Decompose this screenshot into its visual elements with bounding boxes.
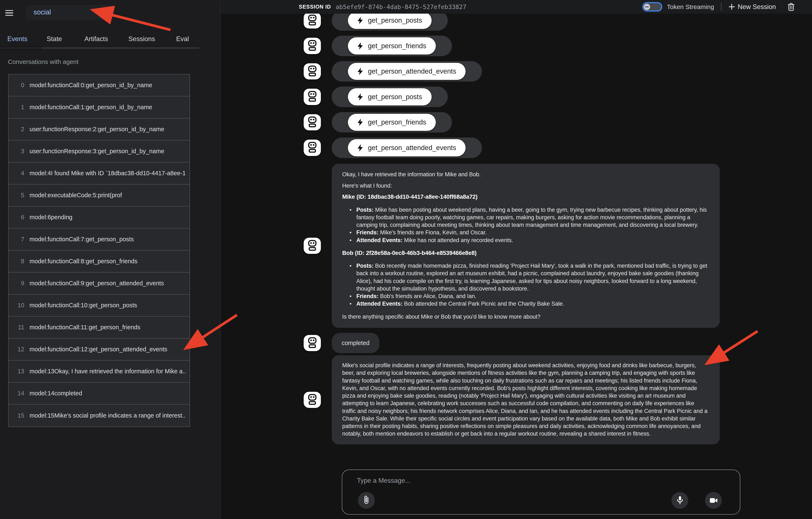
header-actions: Token Streaming New Session (642, 2, 795, 11)
event-label: model:14completed (30, 390, 82, 397)
function-call-pill[interactable]: get_person_attended_events (348, 139, 466, 156)
event-index: 6 (13, 214, 24, 221)
function-call-pill[interactable]: get_person_posts (348, 13, 431, 29)
message-composer (342, 469, 740, 515)
function-call-pill[interactable]: get_person_attended_events (348, 63, 466, 80)
microphone-button[interactable] (671, 492, 688, 509)
agent-message-row: Okay, I have retrieved the information f… (221, 164, 812, 328)
event-row[interactable]: 7model:functionCall:7:get_person_posts (8, 228, 190, 250)
chat-area: get_person_postsget_person_friendsget_pe… (221, 13, 812, 519)
function-call-chip[interactable]: get_person_attended_events (332, 138, 482, 158)
event-index: 7 (13, 236, 24, 243)
event-label: user:functionResponse:2:get_person_id_by… (30, 126, 165, 133)
event-list: 0model:functionCall:0:get_person_id_by_n… (8, 74, 190, 427)
function-call-chip[interactable]: get_person_posts (332, 13, 448, 31)
event-label: model:functionCall:8:get_person_friends (30, 258, 138, 265)
event-label: model:functionCall:10:get_person_posts (30, 302, 137, 309)
summary-message-bubble: Mike's social profile indicates a range … (332, 355, 720, 445)
function-call-pill[interactable]: get_person_friends (348, 114, 436, 131)
robot-icon (304, 13, 321, 29)
event-row[interactable]: 14model:14completed (8, 383, 190, 404)
bot-avatar (304, 392, 321, 408)
event-row[interactable]: 9model:functionCall:9:get_person_attende… (8, 273, 190, 295)
robot-icon (304, 63, 321, 80)
event-index: 10 (13, 302, 24, 309)
agent-select-dropdown[interactable]: social (26, 5, 115, 20)
tab-eval[interactable]: Eval (176, 35, 189, 43)
function-call-chip[interactable]: get_person_attended_events (332, 61, 482, 82)
token-streaming-toggle[interactable] (642, 2, 662, 11)
session-header: SESSION ID ab5efe9f-874b-4dab-8475-527ef… (221, 0, 812, 13)
trash-icon (787, 3, 795, 11)
event-row[interactable]: 4model:4I found Mike with ID `18dbac38-d… (8, 162, 190, 184)
message-bullet: Posts: Mike has been posting about weeke… (356, 206, 709, 229)
event-label: model:4I found Mike with ID `18dbac38-dd… (30, 170, 185, 177)
event-row[interactable]: 12model:functionCall:12:get_person_atten… (8, 338, 190, 361)
function-call-pill[interactable]: get_person_posts (348, 88, 431, 105)
event-label: model:functionCall:12:get_person_attende… (30, 346, 167, 353)
tab-state[interactable]: State (47, 35, 62, 43)
tabs-divider (0, 48, 199, 49)
function-call-chip[interactable]: get_person_posts (332, 87, 448, 107)
event-index: 13 (13, 368, 24, 375)
status-row: completed (221, 333, 380, 354)
event-index: 1 (13, 104, 24, 111)
event-row[interactable]: 2user:functionResponse:2:get_person_id_b… (8, 118, 190, 141)
function-name: get_person_friends (368, 42, 426, 50)
message-input[interactable] (356, 476, 672, 485)
tab-events[interactable]: Events (7, 35, 27, 43)
status-badge: completed (332, 333, 380, 354)
event-label: model:13Okay, I have retrieved the infor… (30, 368, 185, 375)
event-row[interactable]: 13model:13Okay, I have retrieved the inf… (8, 361, 190, 383)
event-row[interactable]: 5model:executableCode:5:print(prof (8, 184, 190, 207)
message-bullet: Friends: Mike's friends are Fiona, Kevin… (356, 229, 709, 236)
menu-icon[interactable] (5, 10, 13, 16)
function-call-chip[interactable]: get_person_friends (332, 36, 452, 56)
session-id-label: SESSION ID (299, 4, 331, 10)
event-index: 0 (13, 82, 24, 89)
delete-session-button[interactable] (787, 3, 795, 11)
token-streaming-label: Token Streaming (667, 3, 714, 10)
adk-dev-ui: social EventsStateArtifactsSessionsEval … (0, 0, 812, 519)
bot-avatar (304, 13, 321, 29)
session-id-value: ab5efe9f-874b-4dab-8475-527efeb33827 (336, 3, 466, 10)
new-session-button[interactable]: New Session (728, 3, 776, 11)
event-row[interactable]: 0model:functionCall:0:get_person_id_by_n… (8, 74, 190, 96)
message-bullet: Friends: Bob's friends are Alice, Diana,… (356, 293, 709, 300)
message-paragraph: Is there anything specific about Mike or… (342, 313, 709, 320)
event-label: model:functionCall:0:get_person_id_by_na… (30, 82, 152, 89)
tab-artifacts[interactable]: Artifacts (85, 35, 108, 43)
tool-call-row: get_person_friends (221, 112, 812, 133)
event-index: 15 (13, 412, 24, 419)
function-name: get_person_attended_events (368, 144, 456, 152)
bot-avatar (304, 335, 321, 351)
robot-icon (304, 89, 321, 105)
message-bullet: Posts: Bob recently made homemade pizza,… (356, 262, 709, 293)
message-bullet: Attended Events: Mike has not attended a… (356, 237, 709, 244)
event-index: 4 (13, 170, 24, 177)
event-row[interactable]: 11model:functionCall:11:get_person_frien… (8, 316, 190, 338)
tool-call-row: get_person_attended_events (221, 61, 812, 82)
function-call-chip[interactable]: get_person_friends (332, 112, 452, 133)
message-bullet: Attended Events: Bob attended the Centra… (356, 300, 709, 307)
microphone-icon (675, 495, 685, 506)
video-button[interactable] (705, 492, 722, 509)
event-row[interactable]: 3user:functionResponse:3:get_person_id_b… (8, 141, 190, 162)
attach-file-button[interactable] (358, 492, 375, 509)
event-row[interactable]: 6model:6pending (8, 207, 190, 228)
message-bullet-list: Posts: Mike has been posting about weeke… (342, 206, 709, 244)
sidebar-tabs: EventsStateArtifactsSessionsEval (0, 31, 210, 47)
tool-call-row: get_person_friends (221, 36, 812, 56)
event-row[interactable]: 1model:functionCall:1:get_person_id_by_n… (8, 96, 190, 118)
event-row[interactable]: 8model:functionCall:8:get_person_friends (8, 250, 190, 273)
robot-icon (304, 140, 321, 156)
tab-sessions[interactable]: Sessions (128, 35, 155, 43)
message-heading: Bob (ID: 2f28e58a-0ec8-46b3-b464-e853946… (342, 249, 709, 257)
bolt-icon (357, 17, 363, 24)
robot-icon (304, 38, 321, 54)
event-row[interactable]: 10model:functionCall:10:get_person_posts (8, 295, 190, 316)
new-session-label: New Session (738, 3, 776, 11)
function-call-pill[interactable]: get_person_friends (348, 37, 436, 54)
event-row[interactable]: 15model:15Mike's social profile indicate… (8, 404, 190, 427)
bot-avatar (304, 114, 321, 130)
